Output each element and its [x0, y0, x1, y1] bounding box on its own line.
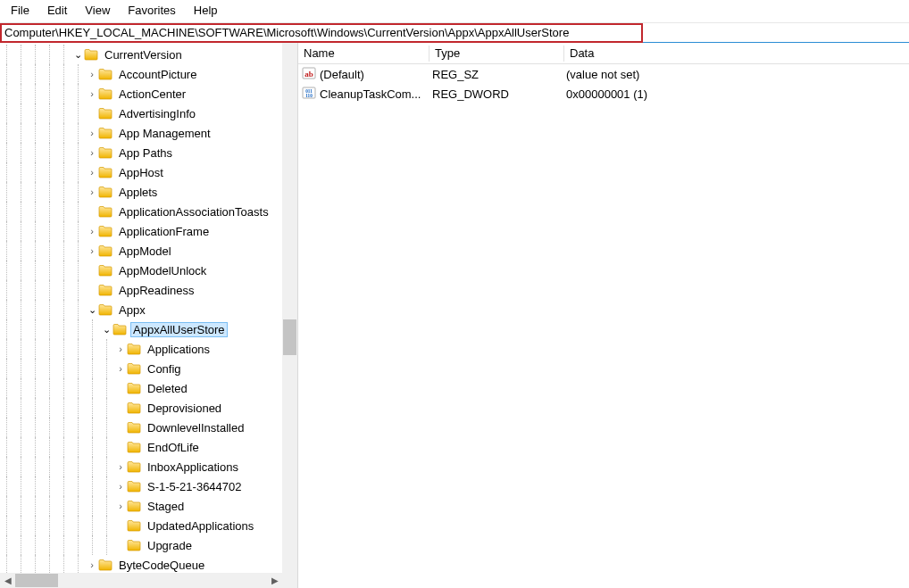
value-type: REG_DWORD	[432, 87, 566, 101]
tree-label: CurrentVersion	[102, 47, 185, 62]
menu-item-help[interactable]: Help	[185, 2, 227, 21]
tree-label: ByteCodeQueue	[116, 558, 207, 573]
tree-item[interactable]: ›Config	[0, 359, 297, 378]
chevron-right-icon[interactable]: ›	[86, 221, 98, 241]
chevron-down-icon[interactable]: ⌄	[100, 319, 113, 339]
tree-label: AppModelUnlock	[116, 263, 209, 278]
tree-item[interactable]: ⌄Appx	[0, 300, 297, 319]
menu-item-file[interactable]: File	[2, 2, 38, 21]
tree-label: AdvertisingInfo	[116, 106, 198, 121]
column-header-data[interactable]: Data	[564, 45, 909, 62]
tree-item[interactable]: ›AccountPicture	[0, 64, 297, 84]
scroll-right-icon[interactable]: ▶	[267, 573, 282, 588]
menu-item-view[interactable]: View	[76, 2, 119, 21]
scrollbar-thumb[interactable]	[15, 574, 58, 587]
tree-item[interactable]: UpdatedApplications	[0, 516, 297, 535]
tree-label: AppModel	[116, 244, 174, 259]
tree-label: ActionCenter	[116, 87, 188, 102]
tree-label: Config	[145, 361, 184, 377]
string-value-icon: ab	[298, 66, 320, 83]
tree-item[interactable]: ›InboxApplications	[0, 457, 297, 476]
tree-label: Applets	[116, 185, 160, 200]
chevron-down-icon[interactable]: ⌄	[86, 300, 98, 319]
tree-item[interactable]: AdvertisingInfo	[0, 104, 297, 123]
value-data: (value not set)	[566, 68, 909, 81]
tree-item[interactable]: ⌄AppxAllUserStore	[0, 319, 297, 339]
tree-label: AppHost	[116, 165, 166, 180]
tree-label: Upgrade	[145, 538, 195, 553]
value-type: REG_SZ	[432, 68, 566, 81]
tree-label: DownlevelInstalled	[145, 420, 246, 435]
tree-item[interactable]: ApplicationAssociationToasts	[0, 202, 297, 221]
tree-item[interactable]: ›Staged	[0, 496, 297, 516]
svg-text:110: 110	[305, 93, 313, 98]
tree-item[interactable]: ›App Management	[0, 123, 297, 143]
chevron-right-icon[interactable]: ›	[114, 457, 127, 476]
tree-label: S-1-5-21-3644702	[145, 479, 245, 494]
horizontal-scrollbar[interactable]: ◀ ▶	[0, 573, 282, 588]
value-name: (Default)	[320, 68, 432, 81]
chevron-right-icon[interactable]: ›	[114, 476, 127, 496]
vertical-scrollbar[interactable]	[282, 43, 297, 573]
tree-label: Deprovisioned	[145, 401, 224, 416]
tree-label: ApplicationAssociationToasts	[116, 204, 271, 219]
column-header-name[interactable]: Name	[298, 45, 429, 62]
tree-label: AppReadiness	[116, 283, 197, 298]
tree-item[interactable]: ›AppModel	[0, 241, 297, 261]
tree-item[interactable]: AppModelUnlock	[0, 261, 297, 280]
tree-item[interactable]: Deprovisioned	[0, 398, 297, 418]
value-name: CleanupTaskCom...	[320, 87, 432, 101]
chevron-right-icon[interactable]: ›	[86, 241, 98, 261]
tree-label: InboxApplications	[145, 460, 241, 475]
values-pane: Name Type Data ab(Default)REG_SZ(value n…	[298, 43, 909, 588]
menu-bar: FileEditViewFavoritesHelp	[0, 0, 909, 23]
scroll-left-icon[interactable]: ◀	[0, 573, 15, 588]
chevron-right-icon[interactable]: ›	[86, 143, 98, 162]
chevron-right-icon[interactable]: ›	[86, 555, 98, 575]
tree-item[interactable]: DownlevelInstalled	[0, 418, 297, 437]
tree-label: EndOfLife	[145, 440, 202, 455]
tree-item[interactable]: Upgrade	[0, 535, 297, 555]
tree-item[interactable]: ›ActionCenter	[0, 84, 297, 104]
tree-label: AppxAllUserStore	[130, 322, 228, 337]
tree-item[interactable]: ⌄CurrentVersion	[0, 45, 297, 64]
chevron-right-icon[interactable]: ›	[86, 123, 98, 143]
value-row[interactable]: 011110CleanupTaskCom...REG_DWORD0x000000…	[298, 84, 909, 104]
chevron-down-icon[interactable]: ⌄	[71, 45, 84, 64]
menu-item-favorites[interactable]: Favorites	[119, 2, 184, 21]
chevron-right-icon[interactable]: ›	[114, 496, 127, 516]
chevron-right-icon[interactable]: ›	[86, 162, 98, 182]
tree-item[interactable]: ›AppHost	[0, 162, 297, 182]
tree-item[interactable]: AppReadiness	[0, 280, 297, 300]
tree-pane: ⌄CurrentVersion›AccountPicture›ActionCen…	[0, 43, 298, 588]
value-data: 0x00000001 (1)	[566, 87, 909, 101]
chevron-right-icon[interactable]: ›	[86, 64, 98, 84]
chevron-right-icon[interactable]: ›	[114, 339, 127, 359]
tree-item[interactable]: ›Applications	[0, 339, 297, 359]
tree-label: ApplicationFrame	[116, 224, 212, 239]
tree-label: Appx	[116, 302, 148, 318]
tree-item[interactable]: Deleted	[0, 378, 297, 398]
tree-item[interactable]: ›ByteCodeQueue	[0, 555, 297, 575]
tree-item[interactable]: ›Applets	[0, 182, 297, 202]
menu-item-edit[interactable]: Edit	[38, 2, 76, 21]
tree-item[interactable]: ›ApplicationFrame	[0, 221, 297, 241]
column-header-type[interactable]: Type	[429, 45, 563, 62]
scrollbar-thumb[interactable]	[283, 319, 296, 355]
tree-item[interactable]: ›App Paths	[0, 143, 297, 162]
tree-label: App Paths	[116, 145, 175, 161]
tree-label: Staged	[145, 499, 187, 514]
tree-item[interactable]: ›S-1-5-21-3644702	[0, 476, 297, 496]
chevron-right-icon[interactable]: ›	[86, 182, 98, 202]
tree-item[interactable]: EndOfLife	[0, 437, 297, 457]
tree-label: Applications	[145, 342, 213, 357]
column-headers: Name Type Data	[298, 43, 909, 64]
scrollbar-corner	[282, 573, 297, 588]
address-bar[interactable]: Computer\HKEY_LOCAL_MACHINE\SOFTWARE\Mic…	[0, 23, 643, 43]
tree-label: AccountPicture	[116, 67, 199, 82]
chevron-right-icon[interactable]: ›	[86, 84, 98, 104]
value-row[interactable]: ab(Default)REG_SZ(value not set)	[298, 64, 909, 84]
tree-label: UpdatedApplications	[145, 518, 256, 534]
chevron-right-icon[interactable]: ›	[114, 359, 127, 378]
binary-value-icon: 011110	[298, 86, 320, 103]
